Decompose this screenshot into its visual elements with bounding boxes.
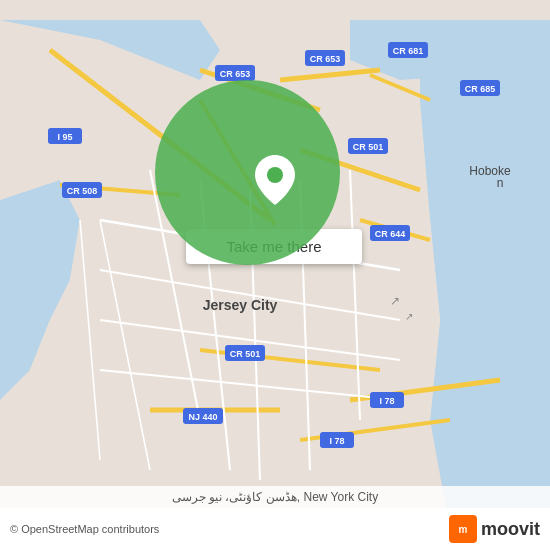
attribution-text: © OpenStreetMap contributors xyxy=(10,523,159,535)
svg-text:I 95: I 95 xyxy=(57,132,72,142)
svg-text:I 78: I 78 xyxy=(379,396,394,406)
location-text: هڈسن کاؤنٹی، نیو جرسی, New York City xyxy=(172,490,378,504)
svg-text:CR 501: CR 501 xyxy=(353,142,384,152)
svg-text:CR 501: CR 501 xyxy=(230,349,261,359)
moovit-icon: m xyxy=(449,515,477,543)
svg-text:CR 653: CR 653 xyxy=(310,54,341,64)
svg-text:CR 644: CR 644 xyxy=(375,229,406,239)
map-container: I 95 CR 653 CR 653 CR 681 CR 685 CR 508 … xyxy=(0,0,550,550)
bottom-bar: © OpenStreetMap contributors m moovit xyxy=(0,508,550,550)
svg-point-60 xyxy=(267,167,283,183)
moovit-logo: m moovit xyxy=(449,515,540,543)
location-highlight xyxy=(155,80,340,265)
moovit-label: moovit xyxy=(481,519,540,540)
location-label: هڈسن کاؤنٹی، نیو جرسی, New York City xyxy=(0,486,550,508)
svg-text:Hoboke: Hoboke xyxy=(469,164,511,178)
map-background: I 95 CR 653 CR 653 CR 681 CR 685 CR 508 … xyxy=(0,0,550,550)
svg-text:I 78: I 78 xyxy=(329,436,344,446)
svg-text:CR 508: CR 508 xyxy=(67,186,98,196)
svg-text:Jersey City: Jersey City xyxy=(203,297,278,313)
svg-text:↗: ↗ xyxy=(405,311,413,322)
svg-text:CR 681: CR 681 xyxy=(393,46,424,56)
svg-text:CR 653: CR 653 xyxy=(220,69,251,79)
svg-text:CR 685: CR 685 xyxy=(465,84,496,94)
svg-text:↗: ↗ xyxy=(390,294,400,308)
svg-text:NJ 440: NJ 440 xyxy=(188,412,217,422)
location-pin xyxy=(255,155,295,205)
svg-text:n: n xyxy=(497,176,504,190)
svg-marker-1 xyxy=(420,20,550,530)
